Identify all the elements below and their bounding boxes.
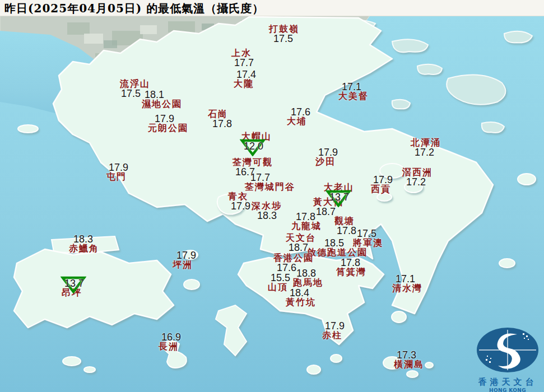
station-label: 13.7昂坪 [62,278,84,297]
station-temp: 12.0 [244,141,263,151]
station-name: 北潭涌 [411,138,441,147]
station-name: 濕地公園 [142,100,182,109]
station-label: 17.9西貢 [371,175,393,194]
station-temp: 18.3 [73,234,93,244]
station-name: 石崗 [208,110,232,119]
station-temp: 17.5 [357,228,376,239]
station-temp: 17.9 [325,321,345,331]
station-temp: 17.9 [109,162,128,172]
station-temp: 17.9 [155,114,174,124]
station-label: 18.4黃竹坑 [286,288,316,307]
station-label: 18.8跑馬地 [293,268,323,287]
station-name: 流浮山 [120,80,150,88]
stations-layer: 打鼓嶺17.5上水17.717.4大隴流浮山17.518.1濕地公園17.1大美… [0,0,544,392]
station-temp: 18.1 [145,90,164,100]
station-name: 大美督 [338,92,369,101]
station-temp: 18.7 [289,242,308,253]
station-name: 黃竹坑 [286,298,316,307]
hko-logo-icon [475,326,541,374]
station-name: 青衣 [228,192,250,201]
hko-logo-name-zh: 香港天文台 [472,377,543,388]
station-name: 屯門 [106,172,128,181]
station-label: 17.1大美督 [338,82,369,101]
station-label: 青衣17.9 [228,192,250,211]
station-temp: 16.9 [161,332,181,342]
station-name: 大隴 [234,80,256,88]
station-label: 17.9坪洲 [173,250,196,269]
station-temp: 17.7 [250,172,270,183]
station-name: 滘西洲 [402,168,433,177]
station-label: 17.6大埔 [287,107,310,126]
station-temp: 13.7 [64,278,84,288]
station-name: 深水埗 [252,202,282,211]
station-label: 17.4大隴 [234,69,256,88]
station-name: 筲箕灣 [336,268,366,277]
station-temp: 17.8 [337,226,356,236]
station-label: 深水埗18.3 [252,202,282,221]
station-temp: 17.2 [406,177,426,187]
station-temp: 17.4 [236,69,256,80]
station-name: 赤柱 [322,331,345,340]
station-temp: 17.8 [341,258,360,268]
station-label: 大老山13.7 [324,183,354,202]
station-temp: 17.5 [273,34,293,44]
station-label: 18.5啟德跑道公園 [307,238,368,257]
station-name: 長洲 [159,342,181,351]
station-temp: 17.9 [373,175,393,185]
station-name: 赤鱲角 [69,244,99,253]
station-label: 北潭涌17.2 [411,138,441,157]
station-temp: 17.9 [176,250,196,260]
station-temp: 15.5 [271,273,290,283]
hko-logo: 香港天文台 HONG KONG OBSERVATORY [472,326,543,390]
station-temp: 13.7 [329,192,349,202]
station-name: 上水 [231,49,254,58]
station-label: 大帽山12.0 [241,132,272,151]
station-temp: 17.3 [397,350,416,360]
station-name: 大埔 [287,117,310,126]
station-name: 香港公園 [273,254,314,263]
station-label: 17.1清水灣 [392,274,422,293]
station-label: 17.9赤柱 [322,321,345,340]
station-label: 16.9長洲 [159,332,181,351]
station-temp: 17.6 [277,263,296,273]
station-label: 石崗17.8 [208,110,232,129]
station-temp: 17.9 [318,147,338,157]
station-temp: 17.7 [234,58,254,68]
station-temp: 17.1 [342,82,361,92]
station-label: 17.9屯門 [106,162,128,181]
station-label: 17.8筲箕灣 [336,258,366,277]
station-temp: 18.4 [290,288,309,298]
station-temp: 17.6 [291,107,310,117]
station-name: 坪洲 [173,260,196,269]
station-label: 18.3赤鱲角 [69,234,99,253]
station-name: 九龍城 [291,222,322,231]
station-name: 荃灣可觀 [233,158,273,167]
station-temp: 17.8 [296,212,315,222]
station-label: 上水17.7 [231,49,254,68]
station-label: 滘西洲17.2 [402,168,433,187]
station-name: 橫瀾島 [394,360,424,369]
station-temp: 18.8 [296,268,316,278]
station-label: 17.3橫瀾島 [394,350,424,369]
weather-map-page: 昨日(2025年04月05日) 的最低氣溫（攝氏度） 打鼓嶺17.5上水17.7… [0,0,544,392]
station-label: 17.7荃灣城門谷 [245,172,295,192]
station-name: 荃灣城門谷 [245,183,295,192]
station-temp: 17.1 [396,274,415,284]
hko-logo-name-en: HONG KONG OBSERVATORY [472,388,543,392]
station-temp: 17.2 [415,147,434,157]
station-name: 啟德跑道公園 [307,248,368,257]
station-temp: 17.8 [212,119,232,129]
station-temp: 18.3 [257,211,277,221]
station-name: 沙田 [315,157,338,166]
station-name: 西貢 [371,185,393,194]
station-name: 清水灣 [392,284,422,293]
station-temp: 17.5 [121,88,141,99]
station-label: 18.1濕地公園 [142,90,182,109]
station-temp: 18.5 [324,238,344,248]
station-name: 打鼓嶺 [269,25,299,34]
station-temp: 18.7 [316,207,336,217]
station-label: 打鼓嶺17.5 [269,25,299,44]
station-label: 17.9沙田 [315,147,338,166]
station-name: 元朗公園 [148,124,188,133]
station-label: 觀塘17.8 [334,217,356,236]
